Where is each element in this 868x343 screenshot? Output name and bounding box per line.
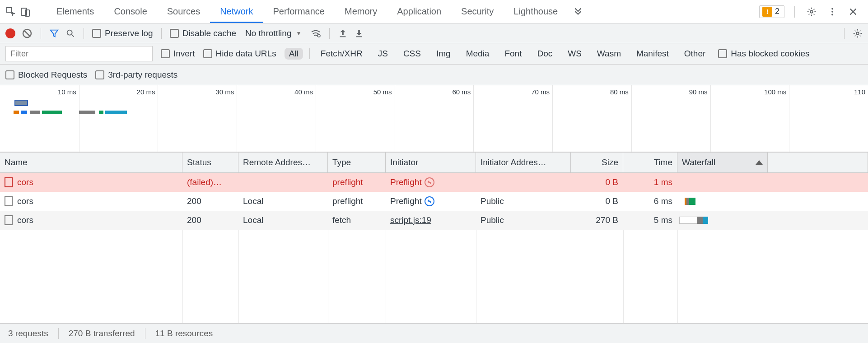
overview-timeline[interactable]: 10 ms20 ms30 ms40 ms50 ms60 ms70 ms80 ms…: [0, 85, 868, 152]
svg-rect-9: [340, 36, 346, 37]
type-filter-manifest[interactable]: Manifest: [632, 48, 673, 60]
col-waterfall-spacer: [768, 153, 868, 172]
type-filter-other[interactable]: Other: [680, 48, 710, 60]
tab-network[interactable]: Network: [210, 0, 263, 23]
col-name[interactable]: Name: [0, 153, 182, 172]
preserve-log-checkbox[interactable]: Preserve log: [92, 28, 153, 38]
warning-icon: !: [762, 7, 772, 17]
tab-lighthouse[interactable]: Lighthouse: [504, 0, 568, 23]
disable-cache-label: Disable cache: [182, 28, 236, 38]
issues-badge[interactable]: ! 2: [759, 5, 784, 18]
tab-memory[interactable]: Memory: [335, 0, 387, 23]
kebab-menu-icon[interactable]: [826, 6, 838, 18]
file-icon: [5, 177, 13, 187]
status-resources: 11 B resources: [155, 329, 213, 338]
filter-input[interactable]: [5, 46, 153, 61]
table-row[interactable]: cors200Localfetchscript.js:19Public270 B…: [0, 211, 868, 230]
tab-elements[interactable]: Elements: [47, 0, 104, 23]
hide-data-urls-checkbox[interactable]: Hide data URLs: [203, 49, 276, 59]
settings-gear-icon[interactable]: [806, 6, 817, 18]
type-filter-doc[interactable]: Doc: [532, 48, 557, 60]
close-icon[interactable]: [847, 6, 859, 18]
type-filter-img[interactable]: Img: [432, 48, 455, 60]
col-remote[interactable]: Remote Addres…: [238, 153, 328, 172]
tab-application[interactable]: Application: [387, 0, 451, 23]
requests-table: Name Status Remote Addres… Type Initiato…: [0, 152, 868, 323]
tick-label: 70 ms: [531, 88, 552, 96]
type-filter-font[interactable]: Font: [500, 48, 526, 60]
filter-bar: Invert Hide data URLs AllFetch/XHRJSCSSI…: [0, 43, 868, 65]
file-icon: [5, 196, 13, 206]
svg-point-11: [856, 32, 859, 35]
disable-cache-checkbox[interactable]: Disable cache: [170, 28, 236, 38]
table-row[interactable]: cors200LocalpreflightPreflightPublic0 B6…: [0, 192, 868, 211]
tick-label: 40 ms: [294, 88, 316, 96]
tab-more[interactable]: [568, 0, 588, 23]
svg-point-2: [810, 10, 813, 13]
chevron-down-icon: ▼: [296, 30, 301, 37]
search-icon[interactable]: [65, 28, 75, 38]
overview-bars: [14, 108, 127, 111]
col-iaddr[interactable]: Initiator Addres…: [476, 153, 571, 172]
device-toggle-icon[interactable]: [19, 5, 32, 18]
issues-count: 2: [775, 7, 779, 16]
invert-checkbox[interactable]: Invert: [161, 49, 195, 59]
status-transferred: 270 B transferred: [69, 329, 135, 338]
type-filter-js[interactable]: JS: [373, 48, 392, 60]
tick-label: 90 ms: [689, 88, 710, 96]
table-row[interactable]: cors(failed)…preflightPreflight0 B1 ms: [0, 173, 868, 192]
tick-label: 100 ms: [764, 88, 789, 96]
type-filter-all[interactable]: All: [285, 48, 303, 60]
col-time[interactable]: Time: [623, 153, 677, 172]
svg-point-8: [317, 34, 320, 37]
preserve-log-label: Preserve log: [105, 28, 153, 38]
divider: [794, 6, 795, 18]
panel-tabs: ElementsConsoleSourcesNetworkPerformance…: [47, 0, 568, 23]
tick-label: 50 ms: [373, 88, 395, 96]
blocked-requests-checkbox[interactable]: Blocked Requests: [5, 70, 87, 80]
col-initiator[interactable]: Initiator: [386, 153, 476, 172]
throttling-dropdown[interactable]: No throttling ▼: [243, 28, 304, 38]
tick-label: 10 ms: [58, 88, 79, 96]
inspect-icon[interactable]: [5, 5, 17, 18]
tick-label: 110: [854, 88, 868, 96]
tick-label: 30 ms: [215, 88, 237, 96]
tick-label: 60 ms: [453, 88, 474, 96]
panel-settings-gear-icon[interactable]: [853, 28, 863, 38]
type-filter-css[interactable]: CSS: [399, 48, 425, 60]
third-party-checkbox[interactable]: 3rd-party requests: [95, 70, 177, 80]
network-conditions-icon[interactable]: [310, 28, 321, 39]
col-size[interactable]: Size: [571, 153, 623, 172]
sort-asc-icon: [756, 160, 763, 165]
type-filter-ws[interactable]: WS: [563, 48, 586, 60]
type-filter-media[interactable]: Media: [462, 48, 494, 60]
status-requests: 3 requests: [8, 329, 48, 338]
col-type[interactable]: Type: [328, 153, 386, 172]
table-header: Name Status Remote Addres… Type Initiato…: [0, 152, 868, 173]
download-har-icon[interactable]: [354, 28, 364, 38]
col-waterfall[interactable]: Waterfall: [677, 153, 768, 172]
tab-performance[interactable]: Performance: [263, 0, 335, 23]
file-icon: [5, 215, 13, 225]
record-button[interactable]: [5, 28, 15, 38]
overview-selection[interactable]: [14, 100, 28, 106]
initiator-link[interactable]: script.js:19: [390, 215, 431, 225]
svg-point-7: [67, 30, 72, 35]
tab-sources[interactable]: Sources: [157, 0, 210, 23]
devtools-tabbar: ElementsConsoleSourcesNetworkPerformance…: [0, 0, 868, 23]
svg-point-3: [831, 8, 833, 9]
col-status[interactable]: Status: [182, 153, 238, 172]
tab-console[interactable]: Console: [104, 0, 157, 23]
type-filter-fetch-xhr[interactable]: Fetch/XHR: [316, 48, 367, 60]
filter-funnel-icon[interactable]: [49, 28, 59, 38]
throttling-value: No throttling: [245, 28, 291, 38]
tick-label: 80 ms: [610, 88, 631, 96]
svg-point-5: [831, 14, 833, 15]
type-filter-wasm[interactable]: Wasm: [593, 48, 625, 60]
svg-rect-10: [356, 36, 362, 37]
has-blocked-cookies-checkbox[interactable]: Has blocked cookies: [718, 49, 809, 59]
preflight-icon: [425, 177, 434, 187]
upload-har-icon[interactable]: [338, 28, 348, 38]
clear-icon[interactable]: [22, 28, 33, 39]
tab-security[interactable]: Security: [451, 0, 504, 23]
